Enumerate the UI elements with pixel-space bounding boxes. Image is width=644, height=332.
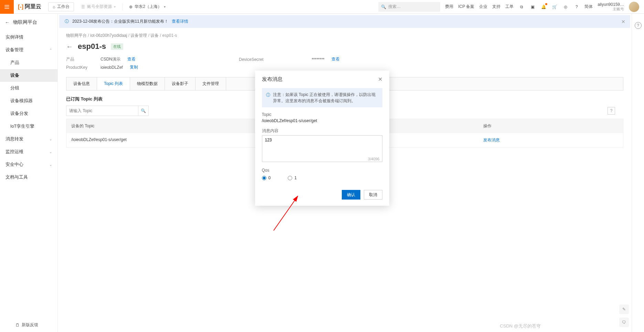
waypoint-icon[interactable]: ◎ bbox=[562, 4, 569, 10]
nav-support[interactable]: 支持 bbox=[492, 4, 500, 10]
language-toggle[interactable]: 简体 bbox=[584, 4, 593, 10]
sidebar-item-instance[interactable]: 实例详情 bbox=[0, 31, 57, 44]
devicesecret-view-link[interactable]: 查看 bbox=[331, 56, 340, 62]
feedback-link[interactable]: 🗒 新版反馈 bbox=[15, 322, 38, 328]
sidebar-item-product[interactable]: 产品 bbox=[0, 56, 57, 69]
sidebar-item-simulator[interactable]: 设备模拟器 bbox=[0, 95, 57, 107]
message-content-textarea[interactable] bbox=[262, 135, 382, 162]
account-info[interactable]: aliyun90159… 主账号 bbox=[598, 2, 624, 11]
help-question-icon[interactable]: ? bbox=[608, 107, 615, 115]
qos-radio-group: 0 1 bbox=[262, 175, 382, 180]
workspace-label: 工作台 bbox=[57, 4, 70, 10]
cancel-button[interactable]: 取消 bbox=[364, 190, 382, 200]
tab-thing-model[interactable]: 物模型数据 bbox=[130, 77, 165, 90]
float-icons: ✎ 🗨 bbox=[619, 304, 629, 327]
rail-help-icon[interactable]: ? bbox=[635, 22, 642, 29]
crumb-3[interactable]: 设备 bbox=[150, 33, 159, 38]
terminal-icon[interactable]: ▣ bbox=[529, 4, 536, 10]
watermark: CSDN @无尽的苍穹 bbox=[500, 323, 541, 329]
chevron-down-icon: ▾ bbox=[164, 5, 166, 9]
modal-title: 发布消息 bbox=[262, 76, 283, 83]
resource-scope-label: 账号全部资源 bbox=[87, 4, 112, 10]
modal-warning-text: 注意：如果该 Topic 正在被使用，请谨慎操作，以防出现异常。这里发布的消息不… bbox=[273, 92, 378, 104]
nav-icp[interactable]: ICP 备案 bbox=[458, 4, 474, 10]
list-icon: ☰ bbox=[81, 4, 85, 9]
arrow-left-icon: ← bbox=[5, 20, 10, 25]
sidebar-item-docs[interactable]: 文档与工具 bbox=[0, 171, 57, 184]
right-rail: ? bbox=[632, 14, 644, 332]
qos-option-0[interactable]: 0 bbox=[262, 175, 271, 180]
top-header: [-] 阿里云 ⌂ 工作台 ☰ 账号全部资源 ▾ ⊕ 华东2（上海） ▾ 🔍 搜… bbox=[0, 0, 644, 14]
publish-link[interactable]: 发布消息 bbox=[478, 133, 623, 147]
tab-device-info[interactable]: 设备信息 bbox=[66, 77, 97, 90]
sidebar-item-monitor[interactable]: 监控运维⌄ bbox=[0, 146, 57, 158]
cart-icon[interactable]: 🛒 bbox=[551, 4, 558, 10]
chevron-up-icon: ⌃ bbox=[49, 48, 52, 52]
global-search[interactable]: 🔍 搜索… bbox=[378, 2, 440, 12]
hamburger-button[interactable] bbox=[0, 0, 14, 14]
productkey-label: ProductKey bbox=[66, 65, 94, 70]
crumb-1[interactable]: iot-06z00h7yodidaaj bbox=[90, 33, 127, 38]
char-counter: 3/4096 bbox=[368, 157, 380, 161]
brand-name: 阿里云 bbox=[25, 3, 41, 10]
sidebar-item-group[interactable]: 分组 bbox=[0, 82, 57, 95]
crumb-2[interactable]: 设备管理 bbox=[130, 33, 147, 38]
search-icon: 🔍 bbox=[381, 4, 386, 9]
devicesecret-label: DeviceSecret bbox=[239, 57, 263, 62]
tab-files[interactable]: 文件管理 bbox=[196, 77, 226, 90]
banner-text: 2023-12-08发布公告：企业版实例11月新功能发布！ bbox=[72, 19, 168, 24]
search-placeholder: 搜索… bbox=[388, 4, 401, 10]
nav-ticket[interactable]: 工单 bbox=[505, 4, 514, 10]
account-type: 主账号 bbox=[613, 7, 624, 11]
chevron-down-icon: ▾ bbox=[114, 5, 116, 9]
sidebar-item-device-mgmt[interactable]: 设备管理⌃ bbox=[0, 44, 57, 56]
header-right: 费用 ICP 备案 企业 支持 工单 ⧉ ▣ 🔔 🛒 ◎ ? 简体 aliyun… bbox=[440, 2, 644, 12]
breadcrumb: 物联网平台 / iot-06z00h7yodidaaj / 设备管理 / 设备 … bbox=[58, 28, 632, 42]
sidebar-item-msg-route[interactable]: 消息转发⌄ bbox=[0, 133, 57, 146]
edit-icon[interactable]: ✎ bbox=[619, 304, 629, 314]
productkey-copy-link[interactable]: 复制 bbox=[130, 64, 138, 70]
help-icon[interactable]: ? bbox=[573, 4, 580, 10]
workspace-button[interactable]: ⌂ 工作台 bbox=[48, 2, 74, 11]
sidebar-item-dispatch[interactable]: 设备分发 bbox=[0, 107, 57, 120]
banner-close-icon[interactable]: ✕ bbox=[621, 19, 625, 24]
confirm-button[interactable]: 确认 bbox=[342, 190, 360, 200]
nav-enterprise[interactable]: 企业 bbox=[479, 4, 487, 10]
modal-warning: ⓘ 注意：如果该 Topic 正在被使用，请谨慎操作，以防出现异常。这里发布的消… bbox=[262, 88, 382, 107]
resource-scope-button[interactable]: ☰ 账号全部资源 ▾ bbox=[77, 2, 120, 11]
chat-icon[interactable]: 🗨 bbox=[619, 318, 629, 327]
crumb-0[interactable]: 物联网平台 bbox=[66, 33, 87, 38]
topic-search-input[interactable] bbox=[66, 106, 138, 116]
chevron-down-icon: ⌄ bbox=[49, 150, 52, 154]
sidebar-item-security[interactable]: 安全中心⌄ bbox=[0, 158, 57, 171]
logo-mark: [-] bbox=[18, 4, 23, 10]
sidebar-item-device[interactable]: 设备 bbox=[0, 69, 57, 82]
qos-label: Qos bbox=[262, 168, 382, 173]
topic-search-button[interactable]: 🔍 bbox=[138, 106, 149, 116]
brand-logo[interactable]: [-] 阿里云 bbox=[18, 3, 41, 10]
qos-radio-0[interactable] bbox=[262, 176, 266, 180]
sidebar-item-iot-twin[interactable]: IoT孪生引擎 bbox=[0, 120, 57, 133]
back-arrow-icon[interactable]: ← bbox=[66, 43, 73, 51]
page-title: esp01-s bbox=[78, 42, 106, 51]
cloud-shell-icon[interactable]: ⧉ bbox=[518, 4, 525, 10]
region-label: 华东2（上海） bbox=[135, 4, 162, 10]
avatar[interactable] bbox=[629, 2, 639, 12]
banner-link[interactable]: 查看详情 bbox=[172, 19, 188, 24]
sidebar-back[interactable]: ← 物联网平台 bbox=[0, 14, 57, 31]
search-icon: 🔍 bbox=[141, 108, 146, 113]
nav-fee[interactable]: 费用 bbox=[445, 4, 453, 10]
modal-close-icon[interactable]: ✕ bbox=[378, 76, 382, 83]
bell-icon[interactable]: 🔔 bbox=[540, 4, 547, 10]
tab-topic-list[interactable]: Topic 列表 bbox=[97, 77, 130, 90]
topic-value: /ioieobDLZef/esp01-s/user/get bbox=[262, 118, 382, 123]
qos-option-1[interactable]: 1 bbox=[288, 175, 297, 180]
crumb-4: esp01-s bbox=[162, 33, 177, 38]
sidebar-title: 物联网平台 bbox=[13, 19, 37, 25]
product-view-link[interactable]: 查看 bbox=[127, 56, 136, 62]
region-selector[interactable]: ⊕ 华东2（上海） ▾ bbox=[125, 2, 170, 11]
product-value: CSDN演示 bbox=[101, 56, 120, 62]
info-icon: ⓘ bbox=[266, 92, 270, 104]
tab-shadow[interactable]: 设备影子 bbox=[165, 77, 196, 90]
qos-radio-1[interactable] bbox=[288, 176, 292, 180]
